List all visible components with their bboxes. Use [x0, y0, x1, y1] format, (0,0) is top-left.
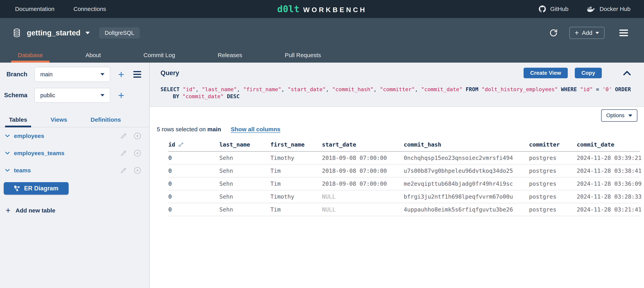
play-circle-icon — [134, 166, 141, 174]
cell-committer: postgres — [529, 190, 577, 203]
run-table-query-button[interactable] — [134, 132, 141, 140]
dolt-workbench-logo[interactable]: d0lt WORKBENCH — [277, 4, 367, 14]
chevron-down-icon — [100, 73, 104, 76]
cell-last_name: Sehn — [219, 177, 270, 190]
github-link[interactable]: GitHub — [539, 6, 568, 13]
logo-dolt-text: d0lt — [277, 4, 300, 14]
tab-releases[interactable]: Releases — [211, 48, 249, 63]
cell-commit_date: 2024-11-28 03:21:41 — [577, 203, 640, 216]
er-diagram-icon — [14, 185, 20, 192]
nav-link-documentation[interactable]: Documentation — [15, 6, 54, 12]
branch-select-value: main — [40, 71, 52, 78]
add-new-table-button[interactable]: + Add new table — [6, 206, 149, 215]
database-header: getting_started DoltgreSQL + Add — [0, 18, 644, 48]
edit-table-button[interactable] — [120, 167, 127, 174]
nav-link-connections[interactable]: Connections — [74, 6, 106, 12]
cell-id: 0 — [168, 190, 219, 203]
create-view-button[interactable]: Create View — [524, 68, 568, 78]
database-header-actions: + Add — [549, 27, 628, 39]
tab-commit-log[interactable]: Commit Log — [137, 48, 182, 63]
table-row: 0SehnTim2018-09-08 07:00:00u7s00b87vg0bh… — [168, 164, 640, 177]
copy-button[interactable]: Copy — [575, 68, 602, 78]
expand-table-button[interactable] — [5, 168, 10, 173]
chevron-down-icon — [596, 32, 599, 34]
column-header-committer: committer — [529, 141, 577, 151]
query-header: Query Create View Copy — [160, 68, 637, 78]
add-new-table-label: Add new table — [16, 207, 55, 214]
sidebar-tabs: Tables Views Definitions — [0, 116, 149, 127]
schema-label: Schema — [0, 92, 27, 99]
tab-views[interactable]: Views — [47, 116, 71, 127]
tab-about[interactable]: About — [79, 48, 107, 63]
cell-id: 0 — [168, 151, 219, 164]
run-table-query-button[interactable] — [134, 149, 141, 157]
collapse-query-button[interactable] — [623, 70, 631, 76]
cell-commit_date: 2024-11-28 03:38:41 — [577, 164, 640, 177]
branch-select[interactable]: main — [34, 67, 110, 82]
er-diagram-label: ER Diagram — [24, 185, 58, 192]
refresh-button[interactable] — [549, 28, 558, 37]
schema-select[interactable]: public — [34, 88, 110, 103]
cell-start_date: 2018-09-08 07:00:00 — [322, 164, 404, 177]
show-all-columns-link[interactable]: Show all columns — [231, 126, 280, 133]
table-link[interactable]: employees — [14, 133, 44, 139]
cell-commit_hash: 0nchqhqsp15eo23qnsoiec2vmrsfi494 — [404, 151, 529, 164]
database-type-badge: DoltgreSQL — [99, 27, 140, 39]
add-button[interactable]: + Add — [569, 27, 604, 39]
table-link[interactable]: employees_teams — [14, 150, 64, 157]
expand-table-button[interactable] — [5, 133, 10, 139]
cell-committer: postgres — [529, 164, 577, 177]
summary-branch-name: main — [207, 126, 221, 133]
column-header-id: id — [168, 141, 219, 151]
cell-last_name: Sehn — [219, 164, 270, 177]
logo-workbench-text: WORKBENCH — [303, 6, 367, 14]
schema-select-value: public — [40, 92, 55, 99]
add-branch-button[interactable]: + — [118, 69, 124, 80]
expand-table-button[interactable] — [5, 151, 10, 156]
er-diagram-button[interactable]: ER Diagram — [4, 182, 68, 195]
database-nav-tabs: Database About Commit Log Releases Pull … — [0, 48, 644, 63]
tab-database[interactable]: Database — [11, 48, 50, 63]
sql-line: SELECT "id", "last_name", "first_name", … — [160, 86, 637, 93]
add-schema-button[interactable]: + — [118, 90, 124, 101]
database-icon — [13, 28, 20, 37]
menu-button[interactable] — [619, 30, 628, 36]
cell-commit_hash: 4uppauhho8eimk5s6rfiqfguvtu3be26 — [404, 203, 529, 216]
column-header-commit_date: commit_date — [577, 141, 640, 151]
content-area: Branch main + Schema public + Tables Vie… — [0, 63, 644, 288]
dolt-workbench-app: Documentation Connections d0lt WORKBENCH… — [0, 0, 644, 288]
table-link[interactable]: teams — [14, 167, 31, 174]
options-button[interactable]: Options — [601, 109, 637, 122]
docker-hub-link[interactable]: Docker Hub — [587, 6, 630, 12]
database-selector[interactable]: getting_started — [13, 28, 90, 37]
cell-first_name: Tim — [270, 203, 322, 216]
cell-committer: postgres — [529, 203, 577, 216]
edit-table-button[interactable] — [120, 133, 127, 139]
cell-commit_hash: bfrgi3ju2ntf1h698lpeqfvvrm67o00u — [404, 190, 529, 203]
chevron-down-icon — [100, 94, 104, 96]
run-table-query-button[interactable] — [134, 166, 141, 174]
branch-menu-button[interactable] — [133, 71, 141, 78]
add-button-label: Add — [582, 30, 592, 36]
plus-icon: + — [6, 206, 10, 215]
tab-pull-requests[interactable]: Pull Requests — [278, 48, 328, 63]
sidebar: Branch main + Schema public + Tables Vie… — [0, 63, 150, 288]
edit-table-button[interactable] — [120, 150, 127, 157]
cell-commit_date: 2024-11-28 03:39:21 — [577, 151, 640, 164]
cell-committer: postgres — [529, 151, 577, 164]
cell-first_name: Tim — [270, 164, 322, 177]
tab-definitions[interactable]: Definitions — [86, 116, 125, 127]
table-row: 0SehnTimothyNULLbfrgi3ju2ntf1h698lpeqfvv… — [168, 190, 640, 203]
options-row: Options — [156, 109, 637, 122]
sql-editor[interactable]: SELECT "id", "last_name", "first_name", … — [160, 86, 637, 100]
column-header-first_name: first_name — [270, 141, 322, 151]
pencil-icon — [120, 167, 127, 174]
top-nav-bar: Documentation Connections d0lt WORKBENCH… — [0, 0, 644, 18]
schema-row: Schema public + — [0, 88, 149, 103]
sql-line: BY "commit_date" DESC — [160, 93, 637, 100]
cell-start_date: 2018-09-08 07:00:00 — [322, 151, 404, 164]
query-panel: Query Create View Copy SELECT "id", "las… — [150, 63, 644, 107]
table-item-employees: employees — [0, 127, 149, 145]
tab-tables[interactable]: Tables — [5, 116, 31, 127]
cell-commit_date: 2024-11-28 03:28:33 — [577, 190, 640, 203]
